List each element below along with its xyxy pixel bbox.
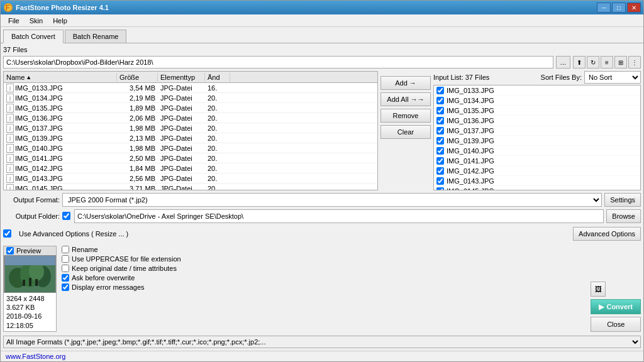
file-icon: j (6, 84, 14, 92)
list-item[interactable]: IMG_0139.JPG (434, 136, 640, 146)
svg-rect-11 (29, 278, 31, 286)
option-checkbox-rename[interactable] (62, 246, 69, 253)
view-detail-button[interactable]: ⋮ (628, 56, 641, 69)
file-list-header: Name ▲ Größe Elementtyp Änd (4, 72, 377, 83)
convert-label: Convert (606, 303, 633, 310)
svg-rect-10 (23, 280, 25, 286)
col-header-type[interactable]: Elementtyp (158, 73, 205, 82)
list-item[interactable]: IMG_0140.JPG (434, 146, 640, 156)
input-file-checkbox[interactable] (436, 147, 444, 155)
table-row[interactable]: j IMG_0145.JPG 3,71 MB JPG-Datei 20. (4, 184, 377, 190)
list-item[interactable]: IMG_0133.JPG (434, 85, 640, 96)
output-folder-browse-button[interactable]: Browse (606, 209, 641, 223)
view-grid-button[interactable]: ⊞ (614, 56, 627, 69)
input-filename: IMG_0141.JPG (447, 157, 494, 165)
input-filename: IMG_0136.JPG (447, 117, 494, 124)
input-filename: IMG_0134.JPG (447, 97, 494, 104)
maximize-button[interactable]: □ (612, 3, 626, 13)
input-file-checkbox[interactable] (436, 177, 444, 185)
option-checkbox-display-errors[interactable] (62, 283, 69, 291)
table-row[interactable]: j IMG_0143.JPG 2,56 MB JPG-Datei 20. (4, 173, 377, 184)
list-item[interactable]: IMG_0134.JPG (434, 96, 640, 106)
list-item[interactable]: IMG_0142.JPG (434, 166, 640, 176)
clear-button[interactable]: Clear (380, 125, 431, 139)
settings-button[interactable]: Settings (604, 193, 641, 207)
table-row[interactable]: j IMG_0133.JPG 3,54 MB JPG-Datei 16. (4, 83, 377, 93)
input-list-box: IMG_0133.JPG IMG_0134.JPG IMG_0135.JPG I… (433, 85, 641, 190)
file-panel: Name ▲ Größe Elementtyp Änd j IMG_0133.J… (3, 71, 378, 190)
table-row[interactable]: j IMG_0140.JPG 1,98 MB JPG-Datei 20. (4, 143, 377, 153)
file-filter-select[interactable]: All Image Formats (*.jpg;*.jpe;*.jpeg;*.… (3, 336, 641, 348)
list-item[interactable]: IMG_0145.JPG (434, 186, 640, 190)
output-folder-input[interactable] (74, 209, 604, 223)
path-browse-button[interactable]: ... (556, 56, 570, 69)
table-row[interactable]: j IMG_0141.JPG 2,50 MB JPG-Datei 20. (4, 153, 377, 163)
path-icon-buttons: ⬆ ↻ ≡ ⊞ ⋮ (573, 56, 641, 69)
close-button[interactable]: Close (591, 317, 641, 332)
image-action-button[interactable]: 🖼 (591, 282, 606, 297)
left-lower: Use Advanced Options ( Resize ... ) Adva… (3, 226, 641, 332)
input-file-checkbox[interactable] (436, 87, 444, 94)
table-row[interactable]: j IMG_0134.JPG 2,19 MB JPG-Datei 20. (4, 93, 377, 103)
option-checkbox-keep-date[interactable] (62, 265, 69, 272)
option-checkbox-ask-overwrite[interactable] (62, 274, 69, 282)
table-row[interactable]: j IMG_0142.JPG 1,84 MB JPG-Datei 20. (4, 163, 377, 173)
advanced-options-label: Use Advanced Options ( Resize ... ) (19, 230, 128, 238)
input-file-checkbox[interactable] (436, 157, 444, 165)
option-checkbox-uppercase[interactable] (62, 255, 69, 263)
extra-options: Rename Use UPPERCASE for file extension … (62, 246, 586, 332)
input-file-checkbox[interactable] (436, 167, 444, 175)
tab-batch-convert[interactable]: Batch Convert (3, 30, 64, 43)
list-item[interactable]: IMG_0143.JPG (434, 176, 640, 186)
list-item[interactable]: IMG_0135.JPG (434, 106, 640, 116)
input-file-checkbox[interactable] (436, 117, 444, 124)
output-format-select[interactable]: JPEG 2000 Format (*.jp2)JPEG Format (*.j… (62, 193, 602, 207)
table-row[interactable]: j IMG_0137.JPG 1,98 MB JPG-Datei 20. (4, 123, 377, 133)
menu-help[interactable]: Help (48, 16, 72, 26)
path-input[interactable] (3, 56, 553, 69)
col-header-date[interactable]: Änd (205, 73, 230, 82)
list-item[interactable]: IMG_0141.JPG (434, 156, 640, 166)
panels-row: Name ▲ Größe Elementtyp Änd j IMG_0133.J… (3, 71, 641, 190)
menu-skin[interactable]: Skin (25, 16, 48, 26)
input-filename: IMG_0140.JPG (447, 147, 494, 155)
view-list-button[interactable]: ≡ (601, 56, 613, 69)
sort-select[interactable]: No SortNameSizeDate (584, 71, 641, 84)
input-file-checkbox[interactable] (436, 127, 444, 134)
convert-button[interactable]: ▶ Convert (591, 299, 641, 314)
minimize-button[interactable]: ─ (597, 3, 611, 13)
advanced-options-button[interactable]: Advanced Options (573, 227, 641, 241)
input-file-checkbox[interactable] (436, 107, 444, 114)
preview-checkbox[interactable] (6, 247, 14, 255)
table-row[interactable]: j IMG_0135.JPG 1,89 MB JPG-Datei 20. (4, 103, 377, 113)
table-row[interactable]: j IMG_0136.JPG 2,06 MB JPG-Datei 20. (4, 113, 377, 123)
folder-up-button[interactable]: ⬆ (573, 56, 586, 69)
add-button[interactable]: Add → (380, 76, 431, 90)
preview-image-area (4, 255, 56, 293)
input-file-checkbox[interactable] (436, 137, 444, 145)
window-title: FastStone Photo Resizer 4.1 (16, 4, 597, 11)
menu-file[interactable]: File (3, 16, 25, 26)
col-header-name[interactable]: Name ▲ (4, 73, 117, 82)
input-file-checkbox[interactable] (436, 97, 444, 104)
col-header-size[interactable]: Größe (117, 73, 158, 82)
option-row: Keep original date / time attributes (62, 265, 586, 272)
close-window-button[interactable]: ✕ (627, 3, 641, 13)
file-icon: j (6, 144, 14, 153)
svg-text:F: F (6, 4, 10, 11)
preview-meta: 3264 x 2448 3.627 KB 2018-09-16 12:18:05 (4, 293, 56, 331)
list-item[interactable]: IMG_0137.JPG (434, 126, 640, 136)
input-file-checkbox[interactable] (436, 187, 444, 190)
tab-batch-rename[interactable]: Batch Rename (65, 30, 127, 43)
file-icon: j (6, 124, 14, 133)
input-filename: IMG_0145.JPG (447, 187, 494, 190)
table-row[interactable]: j IMG_0139.JPG 2,13 MB JPG-Datei 20. (4, 133, 377, 143)
option-label-rename: Rename (72, 246, 98, 253)
advanced-options-checkbox[interactable] (3, 229, 11, 238)
add-all-button[interactable]: Add All →→ (380, 92, 431, 106)
refresh-button[interactable]: ↻ (587, 56, 599, 69)
path-row: ... ⬆ ↻ ≡ ⊞ ⋮ (3, 56, 641, 69)
output-folder-checkbox[interactable] (62, 212, 70, 220)
list-item[interactable]: IMG_0136.JPG (434, 116, 640, 126)
remove-button[interactable]: Remove (380, 109, 431, 123)
